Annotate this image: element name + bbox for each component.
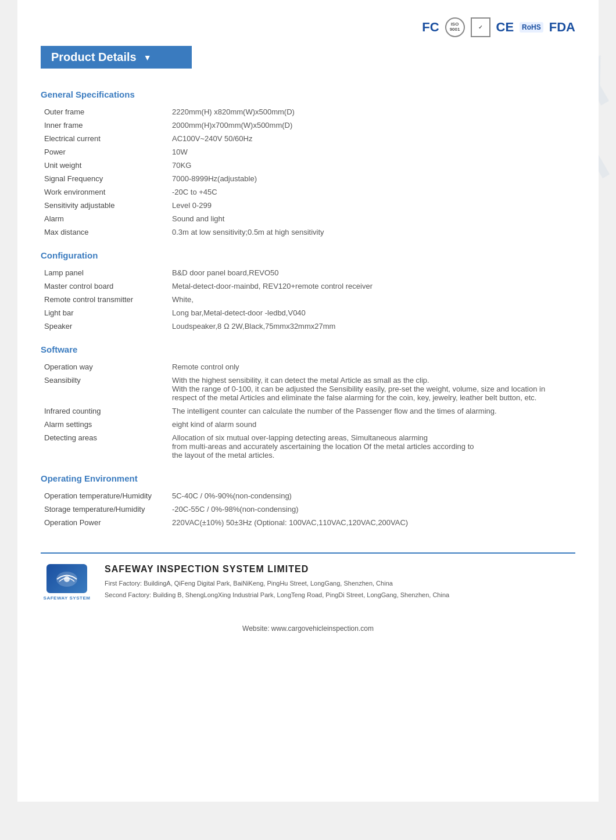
table-row: Unit weight70KG: [41, 159, 575, 172]
spec-value: 2220mm(H) x820mm(W)x500mm(D): [169, 105, 575, 119]
software-section-title: Software: [41, 344, 575, 354]
operating-section-title: Operating Environment: [41, 473, 575, 483]
configuration-section: Configuration Lamp panelB&D door panel b…: [41, 250, 575, 333]
spec-label: Sensitivity adjustable: [41, 199, 169, 212]
spec-value: Level 0-299: [169, 199, 575, 212]
spec-label: Alarm settings: [41, 418, 169, 431]
spec-value: Sound and light: [169, 212, 575, 225]
spec-value: -20C-55C / 0%-98%(non-condensing): [169, 502, 575, 516]
operating-environment-section: Operating Environment Operation temperat…: [41, 473, 575, 529]
operating-spec-table: Operation temperature/Humidity5C-40C / 0…: [41, 489, 575, 529]
spec-value: 70KG: [169, 159, 575, 172]
spec-label: Inner frame: [41, 119, 169, 132]
spec-label: Light bar: [41, 306, 169, 320]
website-label: Website: www.cargovehicleinspection.com: [242, 624, 374, 633]
spec-label: Max distance: [41, 225, 169, 239]
spec-label: Infrared counting: [41, 404, 169, 418]
spec-value: Long bar,Metal-detect-door -ledbd,V040: [169, 306, 575, 320]
footer-logo-text: SAFEWAY SYSTEM: [44, 595, 91, 601]
table-row: Sensitivity adjustableLevel 0-299: [41, 199, 575, 212]
table-row: Operation temperature/Humidity5C-40C / 0…: [41, 489, 575, 502]
ce-logo: CE: [496, 20, 514, 35]
spec-value: The intelligent counter can calculate th…: [169, 404, 575, 418]
spec-label: Operation temperature/Humidity: [41, 489, 169, 502]
table-row: Detecting areasAllocation of six mutual …: [41, 431, 575, 462]
footer-address1: First Factory: BuildingA, QiFeng Digital…: [105, 578, 575, 590]
table-row: Storage temperature/Humidity-20C-55C / 0…: [41, 502, 575, 516]
software-section: Software Operation wayRemote control onl…: [41, 344, 575, 462]
table-row: Master control boardMetal-detect-door-ma…: [41, 279, 575, 293]
table-row: Signal Frequency7000-8999Hz(adjustable): [41, 172, 575, 185]
table-row: Max distance0.3m at low sensitivity;0.5m…: [41, 225, 575, 239]
spec-value: 220VAC(±10%) 50±3Hz (Optional: 100VAC,11…: [169, 516, 575, 529]
spec-value: 10W: [169, 145, 575, 159]
spec-value: 0.3m at low sensitivity;0.5m at high sen…: [169, 225, 575, 239]
spec-label: Detecting areas: [41, 431, 169, 462]
footer-address: First Factory: BuildingA, QiFeng Digital…: [105, 578, 575, 601]
spec-value: With the highest sensibility, it can det…: [169, 374, 575, 404]
spec-label: Speaker: [41, 320, 169, 333]
footer-content: SAFEWAY INSPECTION SYSTEM LIMITED First …: [105, 564, 575, 601]
cert-logo: ✓: [471, 17, 490, 37]
configuration-section-title: Configuration: [41, 250, 575, 260]
configuration-spec-table: Lamp panelB&D door panel board,REVO50Mas…: [41, 266, 575, 333]
spec-value: 2000mm(H)x700mm(W)x500mm(D): [169, 119, 575, 132]
footer-company-name: SAFEWAY INSPECTION SYSTEM LIMITED: [105, 564, 575, 575]
spec-value: AC100V~240V 50/60Hz: [169, 132, 575, 145]
table-row: SpeakerLoudspeaker,8 Ω 2W,Black,75mmx32m…: [41, 320, 575, 333]
spec-value: Metal-detect-door-mainbd, REV120+remote …: [169, 279, 575, 293]
general-spec-table: Outer frame2220mm(H) x820mm(W)x500mm(D)I…: [41, 105, 575, 239]
spec-value: B&D door panel board,REVO50: [169, 266, 575, 279]
spec-label: Lamp panel: [41, 266, 169, 279]
spec-label: Remote control transmitter: [41, 293, 169, 306]
table-row: Light barLong bar,Metal-detect-door -led…: [41, 306, 575, 320]
banner-title: Product Details: [51, 51, 137, 64]
footer-logo: SAFEWAY SYSTEM: [41, 564, 93, 601]
page-container: FC ISO9001 ✓ CE RoHS FDA Product Details…: [17, 0, 599, 802]
table-row: Electrical currentAC100V~240V 50/60Hz: [41, 132, 575, 145]
spec-value: Allocation of six mutual over-lapping de…: [169, 431, 575, 462]
iso-logo: ISO9001: [445, 17, 465, 37]
spec-value: Loudspeaker,8 Ω 2W,Black,75mmx32mmx27mm: [169, 320, 575, 333]
spec-value: Remote control only: [169, 360, 575, 374]
table-row: SeansibiltyWith the highest sensibility,…: [41, 374, 575, 404]
spec-label: Alarm: [41, 212, 169, 225]
fc-logo: FC: [422, 20, 439, 35]
general-specifications-section: General Specifications Outer frame2220mm…: [41, 89, 575, 239]
table-row: Remote control transmitterWhite,: [41, 293, 575, 306]
footer-address2: Second Factory: Building B, ShengLongXin…: [105, 590, 575, 601]
spec-value: 5C-40C / 0%-90%(non-condensing): [169, 489, 575, 502]
spec-label: Electrical current: [41, 132, 169, 145]
software-spec-table: Operation wayRemote control onlySeansibi…: [41, 360, 575, 462]
table-row: Lamp panelB&D door panel board,REVO50: [41, 266, 575, 279]
website-bar: Website: www.cargovehicleinspection.com: [41, 619, 575, 633]
table-row: Work environment-20C to +45C: [41, 185, 575, 199]
spec-value: eight kind of alarm sound: [169, 418, 575, 431]
spec-label: Power: [41, 145, 169, 159]
spec-value: -20C to +45C: [169, 185, 575, 199]
spec-label: Storage temperature/Humidity: [41, 502, 169, 516]
spec-value: 7000-8999Hz(adjustable): [169, 172, 575, 185]
table-row: Operation Power220VAC(±10%) 50±3Hz (Opti…: [41, 516, 575, 529]
table-row: Outer frame2220mm(H) x820mm(W)x500mm(D): [41, 105, 575, 119]
table-row: Alarm settingseight kind of alarm sound: [41, 418, 575, 431]
table-row: Operation wayRemote control only: [41, 360, 575, 374]
svg-point-1: [64, 576, 70, 582]
header-logos: FC ISO9001 ✓ CE RoHS FDA: [41, 12, 575, 46]
spec-label: Operation way: [41, 360, 169, 374]
spec-label: Operation Power: [41, 516, 169, 529]
spec-label: Signal Frequency: [41, 172, 169, 185]
table-row: Infrared countingThe intelligent counter…: [41, 404, 575, 418]
footer: SAFEWAY SYSTEM SAFEWAY INSPECTION SYSTEM…: [41, 552, 575, 601]
table-row: Inner frame2000mm(H)x700mm(W)x500mm(D): [41, 119, 575, 132]
spec-label: Outer frame: [41, 105, 169, 119]
footer-logo-icon: [46, 564, 87, 593]
spec-label: Work environment: [41, 185, 169, 199]
general-section-title: General Specifications: [41, 89, 575, 99]
spec-label: Master control board: [41, 279, 169, 293]
product-details-banner: Product Details ▼: [41, 46, 192, 69]
rohs-logo: RoHS: [520, 22, 543, 33]
table-row: Power10W: [41, 145, 575, 159]
fda-logo: FDA: [549, 20, 575, 35]
banner-arrow: ▼: [144, 53, 152, 62]
